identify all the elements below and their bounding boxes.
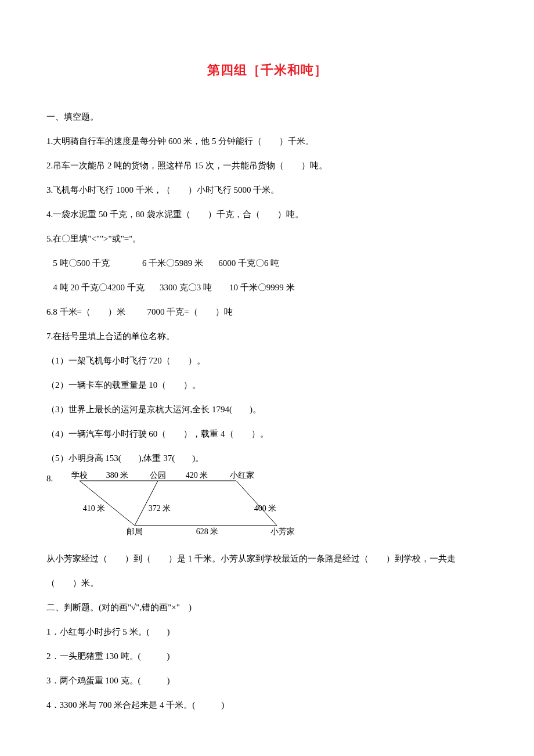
- label-410: 410 米: [83, 504, 106, 513]
- label-park: 公园: [150, 471, 166, 480]
- label-xiaofang: 小芳家: [270, 527, 295, 536]
- page-title: 第四组［千米和吨］: [46, 52, 488, 88]
- question-7-5: （5）小明身高 153( ),体重 37( )。: [46, 446, 488, 470]
- question-8-diagram: 学校 380 米 公园 420 米 小红家 410 米 372 米 400 米 …: [56, 470, 306, 546]
- label-380: 380 米: [106, 471, 129, 480]
- question-8-text-b: （ ）米。: [46, 571, 488, 595]
- edge-school-post: [80, 481, 135, 525]
- question-6: 6.8 千米=（ ）米 7000 千克=（ ）吨: [46, 300, 488, 324]
- question-1: 1.大明骑自行车的速度是每分钟 600 米，他 5 分钟能行（ ）千米。: [46, 129, 488, 153]
- label-xiaohong: 小红家: [230, 471, 254, 480]
- question-5-row-a: 5 吨〇500 千克 6 千米〇5989 米 6000 千克〇6 吨: [46, 251, 488, 275]
- question-5-row-b: 4 吨 20 千克〇4200 千克 3300 克〇3 吨 10 千米〇9999 …: [46, 275, 488, 300]
- question-7-3: （3）世界上最长的运河是京杭大运河,全长 1794( )。: [46, 397, 488, 422]
- label-school: 学校: [71, 471, 88, 480]
- question-3: 3.飞机每小时飞行 1000 千米，（ ）小时飞行 5000 千米。: [46, 178, 488, 202]
- worksheet-page: 第四组［千米和吨］ 一、填空题。 1.大明骑自行车的速度是每分钟 600 米，他…: [0, 0, 534, 756]
- question-8-text-a: 从小芳家经过（ ）到（ ）是 1 千米。小芳从家到学校最近的一条路是经过（ ）到…: [46, 546, 488, 571]
- label-post: 邮局: [127, 527, 143, 536]
- label-372: 372 米: [149, 504, 171, 513]
- label-628: 628 米: [196, 527, 219, 536]
- question-7-2: （2）一辆卡车的载重量是 10（ ）。: [46, 373, 488, 397]
- label-400: 400 米: [254, 504, 277, 513]
- question-2: 2.吊车一次能吊 2 吨的货物，照这样吊 15 次，一共能吊货物（ ）吨。: [46, 153, 488, 178]
- question-7-1: （1）一架飞机每小时飞行 720（ ）。: [46, 348, 488, 373]
- judge-4: 4．3300 米与 700 米合起来是 4 千米。( ): [46, 693, 488, 717]
- label-420: 420 米: [186, 471, 208, 480]
- judge-2: 2．一头肥猪重 130 吨。( ): [46, 644, 488, 668]
- question-5-heading: 5.在〇里填"<"">"或"="。: [46, 226, 488, 251]
- judge-3: 3．两个鸡蛋重 100 克。( ): [46, 668, 488, 693]
- question-7-heading: 7.在括号里填上合适的单位名称。: [46, 324, 488, 348]
- judge-1: 1．小红每小时步行 5 米。( ): [46, 620, 488, 644]
- route-diagram-svg: 学校 380 米 公园 420 米 小红家 410 米 372 米 400 米 …: [56, 470, 306, 537]
- section-a-heading: 一、填空题。: [46, 105, 488, 129]
- question-4: 4.一袋水泥重 50 千克，80 袋水泥重（ ）千克，合（ ）吨。: [46, 202, 488, 226]
- section-b-heading: 二、判断题。(对的画"√",错的画"×" ): [46, 595, 488, 620]
- edge-park-post: [135, 481, 158, 525]
- question-8-number: 8.: [46, 470, 53, 487]
- edge-xiaohong-xiaofang: [236, 481, 277, 525]
- question-7-4: （4）一辆汽车每小时行驶 60（ ），载重 4（ ）。: [46, 422, 488, 446]
- question-8: 8. 学校 380 米 公园 420 米 小红家 410 米 372 米 400…: [46, 470, 488, 546]
